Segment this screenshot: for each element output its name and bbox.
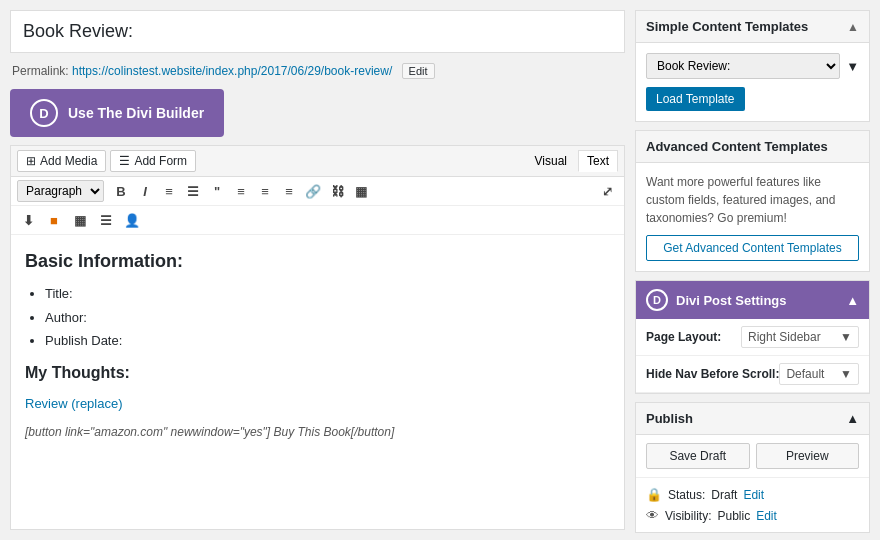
publish-meta: 🔒 Status: Draft Edit 👁 Visibility: Publi… xyxy=(636,478,869,532)
page-layout-select[interactable]: Right Sidebar ▼ xyxy=(741,326,859,348)
align-left-button[interactable]: ≡ xyxy=(230,180,252,202)
add-form-button[interactable]: ☰ Add Form xyxy=(110,150,196,172)
list-item-title: Title: xyxy=(45,284,610,305)
italic-button[interactable]: I xyxy=(134,180,156,202)
publish-header: Publish ▲ xyxy=(636,403,869,435)
list-item-author: Author: xyxy=(45,308,610,329)
hide-nav-arrow: ▼ xyxy=(840,367,852,381)
template-select[interactable]: Book Review: xyxy=(646,53,840,79)
page-layout-row: Page Layout: Right Sidebar ▼ xyxy=(636,319,869,356)
page-layout-arrow: ▼ xyxy=(840,330,852,344)
status-icon: 🔒 xyxy=(646,487,662,502)
status-row: 🔒 Status: Draft Edit xyxy=(646,484,859,505)
divi-builder-icon: D xyxy=(30,99,58,127)
shortcode-content: [button link="amazon.com" newwindow="yes… xyxy=(25,423,610,442)
more-button[interactable]: ▦ xyxy=(350,180,372,202)
fullscreen-button[interactable]: ⤢ xyxy=(596,180,618,202)
editor-topbar: ⊞ Add Media ☰ Add Form Visual Text xyxy=(11,146,624,177)
divi-settings-panel: D Divi Post Settings ▲ Page Layout: Righ… xyxy=(635,280,870,394)
blockquote-button[interactable]: " xyxy=(206,180,228,202)
simple-templates-panel: Simple Content Templates ▲ Book Review: … xyxy=(635,10,870,122)
editor-content[interactable]: Basic Information: Title: Author: Publis… xyxy=(11,235,624,529)
ordered-list-button[interactable]: ≡ xyxy=(158,180,180,202)
list-item-date: Publish Date: xyxy=(45,331,610,352)
paragraph-select[interactable]: Paragraph Heading 1 Heading 2 xyxy=(17,180,104,202)
hide-nav-select[interactable]: Default ▼ xyxy=(779,363,859,385)
simple-templates-chevron[interactable]: ▲ xyxy=(847,20,859,34)
advanced-templates-description: Want more powerful features like custom … xyxy=(646,173,859,227)
editor-tabs: Visual Text xyxy=(526,150,618,172)
divi-settings-icon: D xyxy=(646,289,668,311)
get-advanced-templates-button[interactable]: Get Advanced Content Templates xyxy=(646,235,859,261)
content-list: Title: Author: Publish Date: xyxy=(45,284,610,352)
sidebar: Simple Content Templates ▲ Book Review: … xyxy=(635,0,880,540)
visibility-row: 👁 Visibility: Public Edit xyxy=(646,505,859,526)
simple-templates-body: Book Review: ▼ Load Template xyxy=(636,43,869,121)
divi-settings-chevron[interactable]: ▲ xyxy=(846,293,859,308)
table-button[interactable]: ▦ xyxy=(69,209,91,231)
permalink-link[interactable]: https://colinstest.website/index.php/201… xyxy=(72,64,392,78)
bold-button[interactable]: B xyxy=(110,180,132,202)
divi-settings-header: D Divi Post Settings ▲ xyxy=(636,281,869,319)
permalink-row: Permalink: https://colinstest.website/in… xyxy=(10,61,625,81)
advanced-templates-panel: Advanced Content Templates Want more pow… xyxy=(635,130,870,272)
color-button[interactable]: ■ xyxy=(43,209,65,231)
content-heading-1: Basic Information: xyxy=(25,247,610,276)
add-media-button[interactable]: ⊞ Add Media xyxy=(17,150,106,172)
status-edit-link[interactable]: Edit xyxy=(743,488,764,502)
toolbar-row-1: Paragraph Heading 1 Heading 2 B I ≡ ☰ " … xyxy=(11,177,624,206)
toolbar-row-2: ⬇ ■ ▦ ☰ 👤 xyxy=(11,206,624,235)
visibility-edit-link[interactable]: Edit xyxy=(756,509,777,523)
insert-button[interactable]: ⬇ xyxy=(17,209,39,231)
publish-panel: Publish ▲ Save Draft Preview 🔒 Status: D… xyxy=(635,402,870,533)
add-media-icon: ⊞ xyxy=(26,154,36,168)
unlink-button[interactable]: ⛓ xyxy=(326,180,348,202)
load-template-button[interactable]: Load Template xyxy=(646,87,745,111)
divi-builder-label: Use The Divi Builder xyxy=(68,105,204,121)
link-button[interactable]: 🔗 xyxy=(302,180,324,202)
tab-visual[interactable]: Visual xyxy=(526,150,576,172)
review-placeholder: Review (replace) xyxy=(25,394,610,415)
hide-nav-row: Hide Nav Before Scroll: Default ▼ xyxy=(636,356,869,393)
tab-text[interactable]: Text xyxy=(578,150,618,172)
publish-actions: Save Draft Preview xyxy=(636,435,869,478)
advanced-templates-body: Want more powerful features like custom … xyxy=(636,163,869,271)
preview-button[interactable]: Preview xyxy=(756,443,860,469)
align-center-button[interactable]: ≡ xyxy=(254,180,276,202)
post-title[interactable]: Book Review: xyxy=(10,10,625,53)
editor-area: ⊞ Add Media ☰ Add Form Visual Text Parag… xyxy=(10,145,625,530)
advanced-templates-header: Advanced Content Templates xyxy=(636,131,869,163)
user-icon-button[interactable]: 👤 xyxy=(121,209,143,231)
add-form-icon: ☰ xyxy=(119,154,130,168)
publish-chevron[interactable]: ▲ xyxy=(846,411,859,426)
list-style-button[interactable]: ☰ xyxy=(95,209,117,231)
simple-templates-header: Simple Content Templates ▲ xyxy=(636,11,869,43)
template-select-arrow: ▼ xyxy=(846,59,859,74)
permalink-edit-button[interactable]: Edit xyxy=(402,63,435,79)
align-right-button[interactable]: ≡ xyxy=(278,180,300,202)
unordered-list-button[interactable]: ☰ xyxy=(182,180,204,202)
template-dropdown-row: Book Review: ▼ xyxy=(646,53,859,79)
divi-builder-button[interactable]: D Use The Divi Builder xyxy=(10,89,224,137)
save-draft-button[interactable]: Save Draft xyxy=(646,443,750,469)
content-heading-2: My Thoughts: xyxy=(25,360,610,386)
visibility-icon: 👁 xyxy=(646,508,659,523)
